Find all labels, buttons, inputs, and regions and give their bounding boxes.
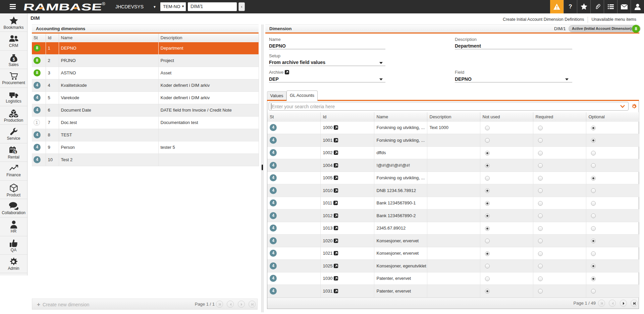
svg-text:®: ® xyxy=(102,2,105,6)
svg-text:RAMBASE: RAMBASE xyxy=(23,2,103,12)
svg-text:$: $ xyxy=(12,57,15,62)
svg-text:$: $ xyxy=(14,150,16,154)
